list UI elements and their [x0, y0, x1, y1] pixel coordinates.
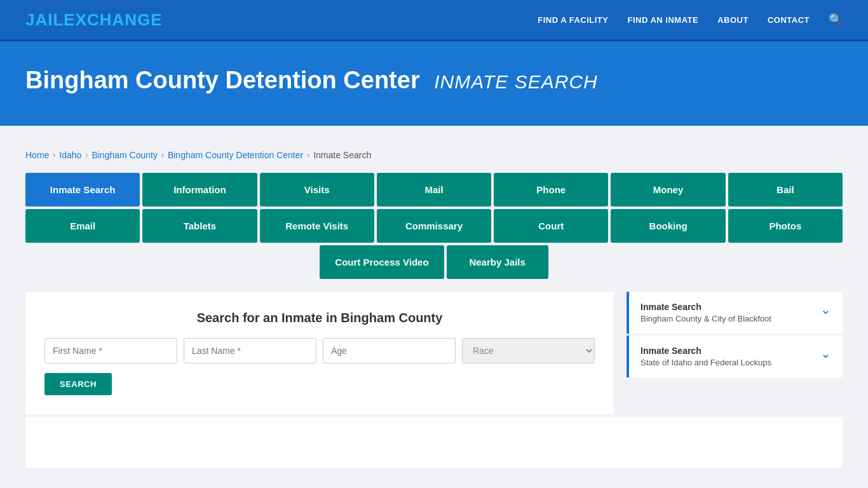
breadcrumb-sep-3: › [161, 151, 164, 159]
tab-court[interactable]: Court [494, 209, 608, 243]
chevron-down-icon-2: ⌄ [820, 346, 831, 361]
breadcrumb-current: Inmate Search [313, 150, 371, 160]
logo-jail: JAIL [25, 10, 64, 29]
breadcrumb-sep-1: › [53, 151, 55, 159]
age-input[interactable] [323, 338, 456, 363]
sidebar-item-idaho-title: Inmate Search [641, 346, 771, 356]
tab-phone[interactable]: Phone [494, 173, 608, 207]
tabs-row-2: Email Tablets Remote Visits Commissary C… [25, 209, 843, 243]
tab-tablets[interactable]: Tablets [142, 209, 257, 243]
extra-section [25, 417, 843, 468]
tab-money[interactable]: Money [611, 173, 725, 207]
page-body: Home › Idaho › Bingham County › Bingham … [0, 126, 868, 488]
main-nav: FIND A FACILITY FIND AN INMATE ABOUT CON… [538, 13, 843, 27]
page-title: Bingham County Detention Center INMATE S… [25, 67, 843, 94]
breadcrumb: Home › Idaho › Bingham County › Bingham … [25, 139, 843, 173]
search-card: Search for an Inmate in Bingham County R… [25, 292, 614, 414]
nav-find-facility[interactable]: FIND A FACILITY [538, 15, 608, 25]
breadcrumb-idaho[interactable]: Idaho [59, 150, 81, 160]
tabs-section: Inmate Search Information Visits Mail Ph… [25, 173, 843, 279]
tab-email[interactable]: Email [25, 209, 140, 243]
tabs-row-3: Court Process Video Nearby Jails [25, 245, 843, 279]
breadcrumb-sep-2: › [85, 151, 88, 159]
breadcrumb-home[interactable]: Home [25, 150, 49, 160]
sidebar-item-idaho[interactable]: Inmate Search State of Idaho and Federal… [627, 336, 843, 377]
tab-nearby-jails[interactable]: Nearby Jails [447, 245, 548, 279]
tab-commissary[interactable]: Commissary [377, 209, 491, 243]
tab-bail[interactable]: Bail [728, 173, 843, 207]
search-title: Search for an Inmate in Bingham County [44, 311, 595, 325]
tab-court-process-video[interactable]: Court Process Video [320, 245, 444, 279]
tab-mail[interactable]: Mail [377, 173, 491, 207]
tab-remote-visits[interactable]: Remote Visits [260, 209, 374, 243]
sidebar-item-bingham-title: Inmate Search [641, 302, 771, 312]
tab-information[interactable]: Information [142, 173, 257, 207]
search-button[interactable]: SEARCH [44, 373, 112, 395]
breadcrumb-bingham-county[interactable]: Bingham County [92, 150, 158, 160]
site-logo[interactable]: JAILEXCHANGE [25, 10, 163, 30]
tabs-row-1: Inmate Search Information Visits Mail Ph… [25, 173, 843, 207]
site-header: JAILEXCHANGE FIND A FACILITY FIND AN INM… [0, 0, 868, 41]
breadcrumb-sep-4: › [307, 151, 309, 159]
logo-exchange: EXCHANGE [64, 10, 162, 29]
nav-about[interactable]: ABOUT [717, 15, 749, 25]
breadcrumb-detention-center[interactable]: Bingham County Detention Center [168, 150, 303, 160]
search-fields: Race White Black Hispanic Asian Native A… [44, 338, 595, 363]
tab-photos[interactable]: Photos [728, 209, 843, 243]
chevron-down-icon: ⌄ [820, 302, 831, 317]
hero-section: Bingham County Detention Center INMATE S… [0, 41, 868, 126]
tab-booking[interactable]: Booking [611, 209, 725, 243]
race-select[interactable]: Race White Black Hispanic Asian Native A… [462, 338, 595, 363]
nav-contact[interactable]: CONTACT [768, 15, 810, 25]
last-name-input[interactable] [184, 338, 316, 363]
sidebar-item-bingham[interactable]: Inmate Search Bingham County & City of B… [627, 292, 843, 334]
sidebar-item-bingham-subtitle: Bingham County & City of Blackfoot [641, 314, 771, 323]
search-icon[interactable]: 🔍 [829, 13, 843, 27]
content-grid: Search for an Inmate in Bingham County R… [25, 292, 843, 414]
sidebar-item-idaho-subtitle: State of Idaho and Federal Lockups [641, 358, 771, 367]
nav-find-inmate[interactable]: FIND AN INMATE [627, 15, 698, 25]
tab-inmate-search[interactable]: Inmate Search [25, 173, 140, 207]
sidebar: Inmate Search Bingham County & City of B… [627, 292, 843, 379]
first-name-input[interactable] [44, 338, 177, 363]
tab-visits[interactable]: Visits [260, 173, 374, 207]
